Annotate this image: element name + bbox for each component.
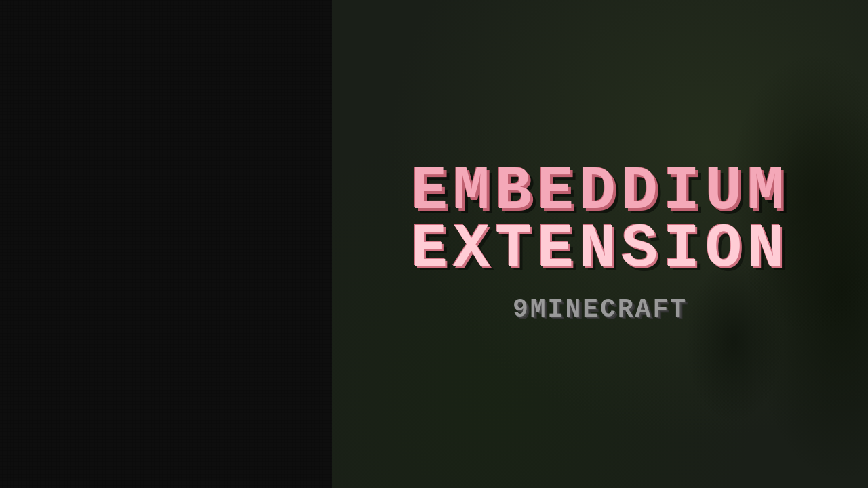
title-line2: EXTENSION xyxy=(411,221,789,279)
right-content: EMBEDDIUM EXTENSION 9MINECRAFT xyxy=(332,0,868,488)
title-line1: EMBEDDIUM xyxy=(411,163,789,222)
minecraft-subtitle: 9MINECRAFT xyxy=(411,293,789,325)
minecraft-text: 9MINECRAFT xyxy=(513,295,688,324)
game-title: EMBEDDIUM EXTENSION 9MINECRAFT xyxy=(411,163,789,325)
left-panel xyxy=(0,0,332,488)
